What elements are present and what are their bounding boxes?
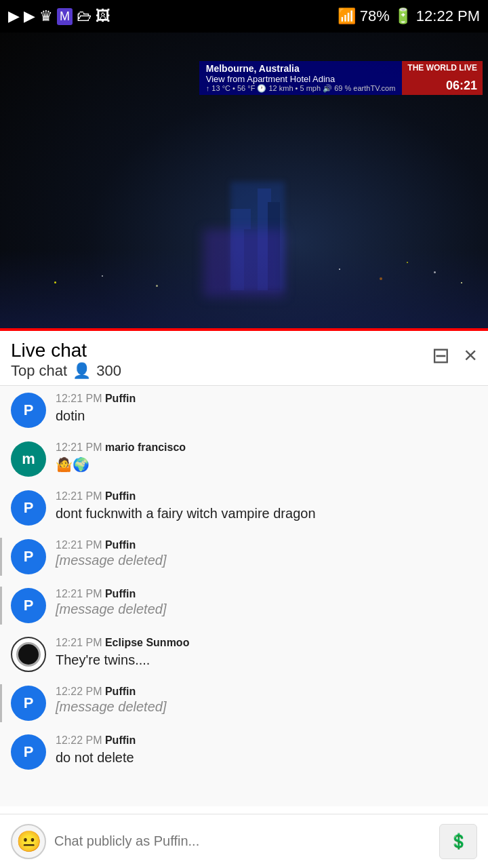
video-area[interactable]: Melbourne, Australia View from Apartment…: [0, 33, 488, 331]
video-location: Melbourne, Australia: [206, 63, 396, 74]
msg-time: 12:21 PM: [56, 539, 102, 551]
send-button[interactable]: 💲: [439, 824, 477, 859]
avatar: P: [11, 539, 46, 574]
msg-username: Puffin: [105, 588, 136, 599]
msg-text: dont fucknwith a fairy witch vampire dra…: [56, 504, 477, 523]
chat-mode[interactable]: Top chat: [11, 362, 67, 380]
chat-subtitle-row: Top chat 👤 300: [11, 362, 121, 380]
list-item: P 12:22 PM Puffin do not delete: [0, 728, 488, 776]
msg-content: 12:21 PM mario francisco 🤷🌍: [56, 441, 477, 474]
filter-icon[interactable]: ⊟: [432, 342, 450, 368]
msg-deleted: [message deleted]: [56, 553, 477, 568]
chat-header-left: Live chat Top chat 👤 300: [11, 339, 121, 380]
chat-messages-container: P 12:21 PM Puffin dotin m 12:21 PM mario…: [0, 386, 488, 806]
close-icon[interactable]: ×: [464, 342, 477, 368]
msg-username: Puffin: [105, 393, 136, 404]
list-item: P 12:22 PM Puffin [message deleted]: [0, 679, 488, 728]
msg-meta: 12:22 PM Puffin: [56, 686, 477, 698]
msg-username: Puffin: [105, 734, 136, 746]
msg-text: They're twins....: [56, 650, 477, 669]
msg-text: 🤷🌍: [56, 455, 477, 474]
msg-username: Puffin: [105, 490, 136, 502]
list-item: 12:21 PM Eclipse Sunmoo They're twins...…: [0, 630, 488, 679]
msg-meta: 12:21 PM Puffin: [56, 490, 477, 502]
msg-time: 12:21 PM: [56, 441, 102, 453]
app-icon-gallery: 🖼: [96, 7, 110, 25]
msg-meta: 12:22 PM Puffin: [56, 734, 477, 747]
avatar: P: [11, 734, 46, 770]
video-stats: ↑ 13 °C • 56 °F 🕐 12 kmh • 5 mph 🔊 69 % …: [206, 84, 396, 93]
msg-content: 12:21 PM Puffin [message deleted]: [56, 539, 477, 568]
list-item: P 12:21 PM Puffin [message deleted]: [0, 532, 488, 581]
msg-content: 12:21 PM Puffin dont fucknwith a fairy w…: [56, 490, 477, 523]
chat-title: Live chat: [11, 339, 121, 362]
viewer-count: 300: [96, 362, 121, 380]
list-item: P 12:21 PM Puffin dont fucknwith a fairy…: [0, 484, 488, 532]
msg-time: 12:21 PM: [56, 490, 102, 502]
video-duration: 06:21: [407, 79, 477, 93]
msg-meta: 12:21 PM Puffin: [56, 539, 477, 551]
avatar: [11, 637, 46, 672]
msg-time: 12:21 PM: [56, 393, 102, 404]
msg-meta: 12:21 PM mario francisco: [56, 441, 477, 454]
app-icon-mastodon: M: [57, 8, 73, 25]
video-view-title: View from Apartment Hotel Adina: [206, 74, 396, 84]
msg-content: 12:22 PM Puffin [message deleted]: [56, 686, 477, 715]
msg-time: 12:21 PM: [56, 588, 102, 599]
status-right: 📶 78% 🔋 12:22 PM: [338, 7, 480, 25]
status-bar: ▶ ▶ ♛ M 🗁 🖼 📶 78% 🔋 12:22 PM: [0, 0, 488, 33]
avatar: P: [11, 588, 46, 623]
msg-meta: 12:21 PM Puffin: [56, 393, 477, 405]
app-icon-files: 🗁: [77, 7, 92, 25]
status-left: ▶ ▶ ♛ M 🗁 🖼: [8, 7, 110, 25]
avatar: P: [11, 490, 46, 526]
app-icon-youtube: ▶: [8, 7, 20, 25]
msg-text: do not delete: [56, 748, 477, 767]
chat-input[interactable]: [54, 833, 431, 849]
msg-time: 12:22 PM: [56, 734, 102, 746]
battery-percent: 78%: [360, 7, 390, 25]
send-icon: 💲: [449, 833, 468, 850]
msg-content: 12:21 PM Puffin dotin: [56, 393, 477, 425]
video-progress-bar[interactable]: [0, 328, 488, 331]
viewer-icon: 👤: [73, 362, 91, 380]
list-item: P 12:21 PM Puffin dotin: [0, 386, 488, 435]
clock: 12:22 PM: [416, 7, 480, 25]
avatar: P: [11, 393, 46, 428]
msg-meta: 12:21 PM Puffin: [56, 588, 477, 600]
msg-deleted: [message deleted]: [56, 699, 477, 715]
msg-content: 12:22 PM Puffin do not delete: [56, 734, 477, 767]
msg-username: Puffin: [105, 539, 136, 551]
list-item: m 12:21 PM mario francisco 🤷🌍: [0, 435, 488, 484]
wifi-icon: 📶: [338, 7, 356, 25]
msg-time: 12:22 PM: [56, 686, 102, 697]
eclipse-inner: [16, 642, 41, 667]
msg-text: dotin: [56, 406, 477, 425]
the-world-live-label: THE WORLD LIVE: [407, 63, 477, 73]
msg-username: mario francisco: [105, 441, 186, 453]
app-icon-crown: ♛: [39, 7, 53, 25]
battery-icon: 🔋: [394, 7, 412, 25]
avatar: P: [11, 686, 46, 721]
emoji-button[interactable]: 😐: [11, 824, 46, 859]
emoji-icon: 😐: [16, 829, 41, 853]
msg-username: Eclipse Sunmoo: [105, 637, 189, 648]
msg-meta: 12:21 PM Eclipse Sunmoo: [56, 637, 477, 649]
list-item: P 12:21 PM Puffin [message deleted]: [0, 581, 488, 630]
app-icon-youtube2: ▶: [24, 7, 35, 25]
chat-input-bar: 😐 💲: [0, 814, 488, 868]
msg-deleted: [message deleted]: [56, 601, 477, 617]
msg-content: 12:21 PM Eclipse Sunmoo They're twins...…: [56, 637, 477, 669]
msg-content: 12:21 PM Puffin [message deleted]: [56, 588, 477, 617]
chat-header-right: ⊟ ×: [432, 339, 477, 368]
avatar: m: [11, 441, 46, 477]
video-info-overlay: Melbourne, Australia View from Apartment…: [199, 61, 483, 95]
msg-username: Puffin: [105, 686, 136, 697]
chat-header: Live chat Top chat 👤 300 ⊟ ×: [0, 331, 488, 386]
msg-time: 12:21 PM: [56, 637, 102, 648]
